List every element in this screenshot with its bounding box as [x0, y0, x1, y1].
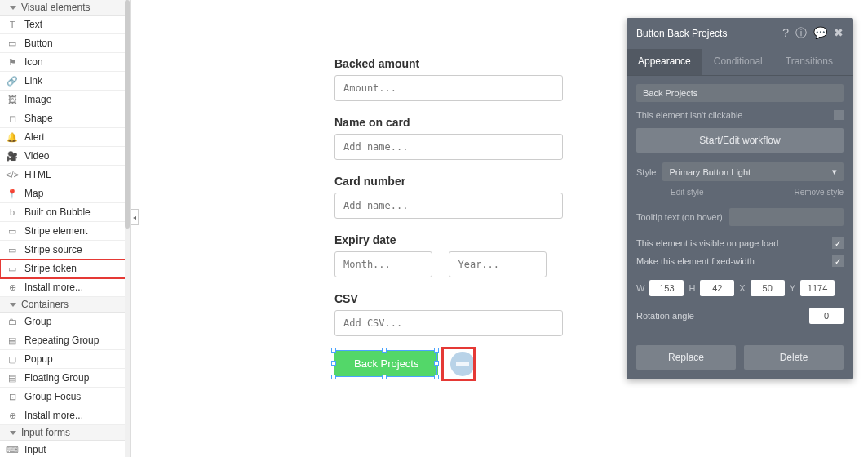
item-stripe-element[interactable]: ▭Stripe element — [0, 222, 130, 241]
item-html[interactable]: </>HTML — [0, 166, 130, 184]
height-input[interactable] — [700, 280, 734, 296]
item-label: Popup — [24, 353, 53, 365]
backed-amount-input[interactable] — [334, 75, 563, 101]
info-icon[interactable]: ⓘ — [795, 26, 807, 41]
edit-style-link[interactable]: Edit style — [671, 188, 704, 197]
item-label: Shape — [24, 113, 53, 124]
item-groupfocus[interactable]: ⊡Group Focus — [0, 388, 130, 406]
item-label: Install more... — [24, 282, 83, 293]
stripe-icon: ▭ — [7, 263, 18, 274]
visible-checkbox[interactable]: ✓ — [832, 237, 844, 249]
item-input[interactable]: ⌨Input — [0, 441, 130, 457]
item-label: Video — [24, 150, 49, 162]
collapse-sidebar-handle[interactable]: ◂ — [131, 209, 139, 225]
backed-amount-label: Backed amount — [334, 57, 563, 70]
replace-button[interactable]: Replace — [636, 345, 736, 370]
sidebar: Visual elements TText ▭Button ⚑Icon 🔗Lin… — [0, 0, 131, 457]
item-label: Image — [24, 94, 51, 105]
y-input[interactable] — [800, 280, 835, 296]
item-label: Button — [24, 38, 53, 49]
item-group[interactable]: 🗀Group — [0, 313, 130, 331]
expiry-year-input[interactable] — [449, 251, 547, 277]
x-input[interactable] — [751, 280, 785, 296]
stripe-icon: ▭ — [7, 244, 18, 255]
repeater-icon: ▤ — [7, 335, 18, 346]
item-label: Stripe source — [24, 244, 82, 255]
item-text[interactable]: TText — [0, 16, 130, 34]
text-icon: T — [7, 19, 18, 30]
resize-handle[interactable] — [331, 348, 336, 353]
item-repeating[interactable]: ▤Repeating Group — [0, 331, 130, 350]
tab-transitions[interactable]: Transitions — [774, 49, 844, 75]
design-canvas[interactable]: Backed amount Name on card Card number E… — [139, 0, 627, 457]
item-alert[interactable]: 🔔Alert — [0, 128, 130, 147]
focus-icon: ⊡ — [7, 391, 18, 402]
width-input[interactable] — [649, 280, 684, 296]
card-number-label: Card number — [334, 175, 563, 188]
section-inputforms[interactable]: Input forms — [0, 425, 130, 441]
popup-icon: ▢ — [7, 353, 18, 365]
csv-input[interactable] — [334, 310, 563, 336]
start-workflow-button[interactable]: Start/Edit workflow — [636, 128, 844, 153]
item-image[interactable]: 🖼Image — [0, 91, 130, 109]
chevron-down-icon — [10, 431, 16, 435]
item-video[interactable]: 🎥Video — [0, 147, 130, 166]
item-builton[interactable]: bBuilt on Bubble — [0, 203, 130, 222]
clickable-indicator — [834, 110, 844, 120]
shape-icon: ◻ — [7, 113, 18, 124]
item-label: Repeating Group — [24, 335, 99, 346]
section-visual-elements[interactable]: Visual elements — [0, 0, 130, 16]
sidebar-scrollbar[interactable] — [125, 0, 130, 457]
section-label: Input forms — [21, 427, 70, 438]
tab-appearance[interactable]: Appearance — [627, 49, 702, 75]
resize-handle[interactable] — [434, 361, 439, 366]
code-icon: </> — [7, 169, 18, 180]
section-label: Containers — [21, 299, 69, 310]
w-label: W — [636, 283, 644, 293]
tooltip-input[interactable] — [729, 208, 844, 226]
item-map[interactable]: 📍Map — [0, 184, 130, 203]
item-stripe-source[interactable]: ▭Stripe source — [0, 241, 130, 260]
item-floating[interactable]: ▤Floating Group — [0, 369, 130, 388]
item-link[interactable]: 🔗Link — [0, 72, 130, 91]
section-containers[interactable]: Containers — [0, 297, 130, 313]
close-icon[interactable]: ✖ — [834, 26, 844, 41]
input-icon: ⌨ — [7, 444, 18, 455]
remove-style-link[interactable]: Remove style — [794, 188, 844, 197]
tab-conditional[interactable]: Conditional — [702, 49, 774, 75]
name-on-card-label: Name on card — [334, 116, 563, 129]
resize-handle[interactable] — [382, 348, 387, 353]
card-number-input[interactable] — [334, 193, 563, 219]
item-label: Group Focus — [24, 391, 81, 402]
resize-handle[interactable] — [331, 375, 336, 379]
resize-handle[interactable] — [331, 361, 336, 366]
resize-handle[interactable] — [434, 348, 439, 353]
resize-handle[interactable] — [382, 375, 387, 379]
help-icon[interactable]: ? — [782, 26, 789, 41]
item-label: Stripe token — [24, 263, 77, 274]
scrollbar-thumb[interactable] — [125, 0, 130, 228]
element-name-input[interactable] — [636, 84, 844, 102]
rotation-input[interactable] — [809, 308, 844, 324]
csv-label: CSV — [334, 292, 563, 305]
expiry-month-input[interactable] — [334, 251, 432, 277]
pin-icon: 📍 — [7, 188, 18, 199]
item-label: Icon — [24, 56, 43, 68]
item-label: Map — [24, 188, 43, 199]
name-on-card-input[interactable] — [334, 134, 563, 160]
item-stripe-token[interactable]: ▭Stripe token — [0, 260, 130, 278]
stripe-icon: ▭ — [7, 225, 18, 237]
item-shape[interactable]: ◻Shape — [0, 109, 130, 128]
item-install-more-2[interactable]: ⊕Install more... — [0, 406, 130, 425]
item-button[interactable]: ▭Button — [0, 34, 130, 53]
item-label: Install more... — [24, 410, 83, 421]
item-popup[interactable]: ▢Popup — [0, 350, 130, 369]
comment-icon[interactable]: 💬 — [813, 26, 827, 41]
style-select[interactable]: Primary Button Light▾ — [662, 162, 844, 181]
item-install-more[interactable]: ⊕Install more... — [0, 278, 130, 297]
resize-handle[interactable] — [434, 375, 439, 379]
expiry-label: Expiry date — [334, 233, 563, 246]
delete-button[interactable]: Delete — [744, 345, 844, 370]
fixed-width-checkbox[interactable]: ✓ — [832, 255, 844, 267]
item-icon[interactable]: ⚑Icon — [0, 53, 130, 72]
